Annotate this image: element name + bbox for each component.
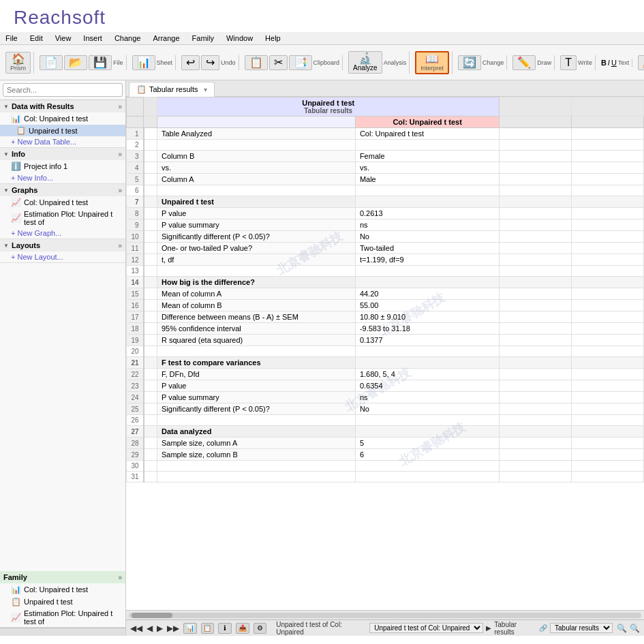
- tab-tabular-results[interactable]: 📋 Tabular results ▾: [129, 82, 215, 97]
- sidebar-fam-estimation-plot[interactable]: 📈 Estimation Plot: Unpaired t test of: [0, 608, 125, 627]
- menu-change[interactable]: Change: [112, 33, 143, 43]
- menu-family[interactable]: Family: [190, 33, 216, 43]
- table-row: 26: [127, 415, 644, 426]
- brand-name: Reachsoft: [14, 7, 106, 28]
- section-nav-layouts[interactable]: »: [118, 242, 122, 249]
- section-family: Family » 📊 Col: Unpaired t test 📋 Unpair…: [0, 571, 125, 628]
- status-icon-4[interactable]: 📤: [236, 623, 249, 634]
- status-icon-2[interactable]: 📋: [201, 623, 215, 634]
- row-flag-cell: [144, 415, 157, 426]
- table-row: 15 Mean of column A 44.20: [127, 288, 644, 300]
- row-value-cell: 55.00: [355, 300, 500, 311]
- menu-help[interactable]: Help: [263, 33, 283, 43]
- section-header-data[interactable]: ▼ Data with Results »: [0, 100, 125, 112]
- section-nav-info[interactable]: »: [118, 151, 122, 158]
- nav-last-button[interactable]: ▶▶: [167, 624, 179, 633]
- row-flag-cell: [144, 219, 157, 231]
- status-icon-1[interactable]: 📊: [183, 623, 197, 634]
- row-num-cell: 1: [127, 128, 144, 140]
- section-nav-family[interactable]: »: [118, 574, 122, 581]
- sidebar-item-estimation-plot[interactable]: 📈 Estimation Plot: Unpaired t test of: [0, 209, 125, 228]
- row-num-cell: 20: [127, 346, 144, 357]
- row-flag-cell: [144, 174, 157, 185]
- sidebar-item-project-info[interactable]: ℹ️ Project info 1: [0, 160, 125, 172]
- menu-window[interactable]: Window: [224, 33, 255, 43]
- search-input[interactable]: [3, 83, 123, 97]
- table-row: 7 Unpaired t test: [127, 196, 644, 208]
- row-flag-cell: [144, 288, 157, 300]
- menu-edit[interactable]: Edit: [28, 33, 45, 43]
- col-extra-2: [572, 97, 644, 117]
- file-open-button[interactable]: 📂: [64, 55, 87, 70]
- change-button[interactable]: 🔄: [458, 55, 481, 70]
- row-flag-cell: [144, 151, 157, 162]
- row-num-cell: 3: [127, 151, 144, 162]
- sidebar-add-layout[interactable]: + New Layout...: [0, 251, 125, 262]
- status-icon-3[interactable]: ℹ: [218, 623, 232, 634]
- row-icon-header: [144, 97, 157, 117]
- cut-icon: ✂: [274, 57, 283, 68]
- status-path-select[interactable]: Unpaired t test of Col: Unpaired: [369, 623, 483, 633]
- row-label-cell: One- or two-tailed P value?: [157, 243, 356, 254]
- zoom-in-button[interactable]: 🔍: [630, 624, 640, 633]
- status-icon-5[interactable]: ⚙: [254, 623, 267, 634]
- table-row: 1 Table Analyzed Col: Unpaired t test: [127, 128, 644, 140]
- nav-first-button[interactable]: ◀◀: [130, 624, 142, 633]
- row-num-cell: 6: [127, 185, 144, 196]
- row-flag-cell: [144, 449, 157, 461]
- section-nav-data[interactable]: »: [118, 103, 122, 110]
- section-header-layouts[interactable]: ▼ Layouts »: [0, 239, 125, 251]
- analyze-button[interactable]: 🔬 Analyze: [348, 51, 382, 74]
- write-button[interactable]: T: [560, 55, 577, 70]
- tab-dropdown-icon[interactable]: ▾: [204, 86, 207, 93]
- cut-button[interactable]: ✂: [269, 55, 288, 70]
- prism-icon: 🏠: [12, 54, 25, 65]
- sidebar-item-unpaired-ttest[interactable]: 📋 Unpaired t test: [0, 125, 125, 136]
- prism-button[interactable]: 🏠 Prism: [5, 52, 31, 74]
- horiz-scrollbar[interactable]: [126, 610, 644, 619]
- file-save-button[interactable]: 💾: [89, 55, 112, 70]
- interpret-button[interactable]: 📖 Interpret: [415, 51, 449, 74]
- row-extra-1: [500, 243, 572, 254]
- row-extra-2: [572, 231, 644, 243]
- sidebar-add-info[interactable]: + New Info...: [0, 172, 125, 183]
- zoom-out-button[interactable]: 🔍: [617, 624, 627, 633]
- status-results-select[interactable]: Tabular results: [550, 623, 613, 633]
- menu-arrange[interactable]: Arrange: [151, 33, 181, 43]
- redo-button[interactable]: ↪: [201, 55, 219, 70]
- sheet-button[interactable]: 📊: [132, 55, 155, 70]
- sidebar-add-graph[interactable]: + New Graph...: [0, 228, 125, 239]
- file-new-button[interactable]: 📄: [40, 55, 63, 70]
- section-header-info[interactable]: ▼ Info »: [0, 148, 125, 160]
- nav-prev-button[interactable]: ◀: [147, 624, 153, 633]
- row-extra-2: [572, 415, 644, 426]
- section-header-family[interactable]: Family »: [0, 571, 125, 583]
- menu-view[interactable]: View: [53, 33, 74, 43]
- section-nav-graphs[interactable]: »: [118, 187, 122, 194]
- table-row: 29 Sample size, column B 6: [127, 449, 644, 461]
- row-label-cell: [157, 140, 356, 151]
- sidebar-item-col-unpaired-graph[interactable]: 📈 Col: Unpaired t test: [0, 196, 125, 209]
- row-extra-1: [500, 196, 572, 208]
- sidebar-item-col-unpaired[interactable]: 📊 Col: Unpaired t test: [0, 112, 125, 125]
- section-header-graphs[interactable]: ▼ Graphs »: [0, 184, 125, 196]
- menu-insert[interactable]: Insert: [81, 33, 104, 43]
- nav-next-button[interactable]: ▶: [157, 624, 163, 633]
- row-value-cell: 0.1377: [355, 335, 500, 346]
- export-button[interactable]: 📤: [638, 55, 644, 70]
- sidebar-fam-unpaired-ttest[interactable]: 📋 Unpaired t test: [0, 596, 125, 608]
- menu-file[interactable]: File: [3, 33, 20, 43]
- results-table: Unpaired t test Tabular results Col: Unp…: [126, 97, 644, 482]
- sidebar-fam-col-unpaired[interactable]: 📊 Col: Unpaired t test: [0, 583, 125, 596]
- sidebar-add-data-table[interactable]: + New Data Table...: [0, 136, 125, 147]
- row-num-cell: 7: [127, 196, 144, 208]
- undo-button[interactable]: ↩: [181, 55, 200, 70]
- copy-button[interactable]: 📑: [289, 55, 312, 70]
- paste-button[interactable]: 📋: [245, 55, 268, 70]
- row-num-cell: 13: [127, 266, 144, 277]
- row-num-cell: 31: [127, 472, 144, 482]
- draw-button[interactable]: ✏️: [512, 55, 536, 70]
- row-extra-1: [500, 323, 572, 335]
- section-data-with-results: ▼ Data with Results » 📊 Col: Unpaired t …: [0, 100, 125, 148]
- table-row: 28 Sample size, column A 5: [127, 438, 644, 449]
